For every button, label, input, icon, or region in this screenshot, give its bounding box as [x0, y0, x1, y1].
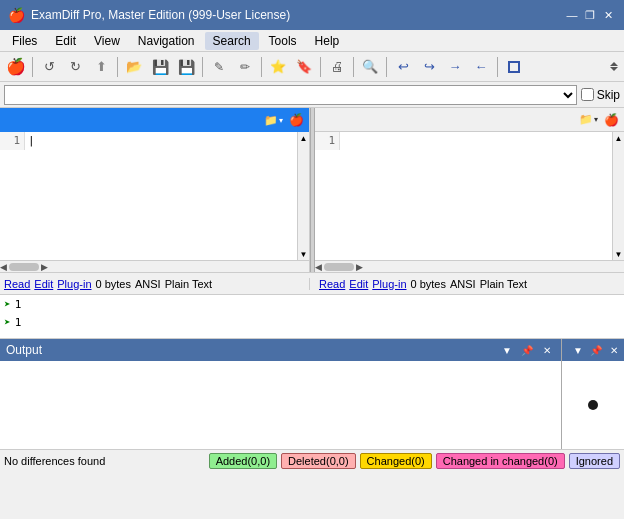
- left-status-bytes: 0 bytes: [96, 278, 131, 290]
- skip-checkbox[interactable]: [581, 88, 594, 101]
- ignored-badge: Ignored: [569, 453, 620, 469]
- star-btn[interactable]: ⭐: [266, 55, 290, 79]
- output-sidebar-dropdown-btn[interactable]: ▼: [570, 342, 586, 358]
- left-status-plugin[interactable]: Plug-in: [57, 278, 91, 290]
- changed-lines-panel: ➤ 1 ➤ 1: [0, 295, 624, 339]
- right-vscroll-up[interactable]: ▲: [613, 132, 625, 144]
- left-pane-header: 📁 ▾ 🍎: [0, 108, 309, 132]
- undo-btn[interactable]: ↩: [391, 55, 415, 79]
- output-sidebar-pin-btn[interactable]: 📌: [588, 342, 604, 358]
- left-pane-title-input[interactable]: [4, 111, 259, 129]
- save-btn-1[interactable]: 💾: [148, 55, 172, 79]
- changed-badge: Changed(0): [360, 453, 432, 469]
- nav-right-btn[interactable]: →: [443, 55, 467, 79]
- zoom-btn[interactable]: 🔍: [358, 55, 382, 79]
- menu-navigation[interactable]: Navigation: [130, 32, 203, 50]
- right-vscroll[interactable]: ▲ ▼: [612, 132, 624, 260]
- output-sidebar-header: ▼ 📌 ✕: [562, 339, 624, 361]
- left-vscroll-up[interactable]: ▲: [298, 132, 310, 144]
- output-pin-btn[interactable]: 📌: [519, 342, 535, 358]
- added-badge: Added(0,0): [209, 453, 277, 469]
- save-btn-2[interactable]: 💾: [174, 55, 198, 79]
- minimize-button[interactable]: —: [564, 7, 580, 23]
- output-main-content[interactable]: [0, 361, 561, 449]
- output-dropdown-btn[interactable]: ▼: [499, 342, 515, 358]
- toolbar-sep-7: [386, 57, 387, 77]
- right-status-encoding: ANSI: [450, 278, 476, 290]
- left-pane-logo-btn[interactable]: 🍎: [287, 111, 305, 129]
- right-pane-logo-btn[interactable]: 🍎: [602, 111, 620, 129]
- toolbar-sep-4: [261, 57, 262, 77]
- nav-left-btn[interactable]: ←: [469, 55, 493, 79]
- toolbar-sep-5: [320, 57, 321, 77]
- right-pane-content[interactable]: 1: [315, 132, 612, 260]
- right-vscroll-down[interactable]: ▼: [613, 248, 625, 260]
- toolbar-sep-1: [32, 57, 33, 77]
- right-pane-header: 📁 ▾ 🍎: [315, 108, 624, 132]
- left-status-edit[interactable]: Edit: [34, 278, 53, 290]
- refresh-btn-2[interactable]: ↻: [63, 55, 87, 79]
- left-vscroll[interactable]: ▲ ▼: [297, 132, 309, 260]
- row-arrow-1: ➤: [4, 298, 11, 311]
- menu-help[interactable]: Help: [307, 32, 348, 50]
- row-text-2: 1: [15, 316, 22, 329]
- right-status-edit[interactable]: Edit: [349, 278, 368, 290]
- print-btn[interactable]: 🖨: [325, 55, 349, 79]
- left-pane-status: Read Edit Plug-in 0 bytes ANSI Plain Tex…: [0, 278, 310, 290]
- left-line-content: |: [28, 132, 297, 150]
- left-pane-open-btn[interactable]: 📁 ▾: [263, 111, 283, 129]
- left-status-read[interactable]: Read: [4, 278, 30, 290]
- path-bar: Skip: [0, 82, 624, 108]
- right-hscroll[interactable]: ◀ ▶: [315, 260, 624, 272]
- left-vscroll-down[interactable]: ▼: [298, 248, 310, 260]
- right-line-numbers: 1: [315, 132, 340, 150]
- right-status-bytes: 0 bytes: [411, 278, 446, 290]
- toolbar-sep-6: [353, 57, 354, 77]
- menu-tools[interactable]: Tools: [261, 32, 305, 50]
- pane-status-bar: Read Edit Plug-in 0 bytes ANSI Plain Tex…: [0, 273, 624, 295]
- output-sidebar-close-btn[interactable]: ✕: [606, 342, 622, 358]
- left-hscroll-thumb[interactable]: [9, 263, 39, 271]
- nav-back-btn[interactable]: ⬆: [89, 55, 113, 79]
- row-text-1: 1: [15, 298, 22, 311]
- sidebar-dot: [588, 400, 598, 410]
- right-status-read[interactable]: Read: [319, 278, 345, 290]
- menu-search[interactable]: Search: [205, 32, 259, 50]
- output-panel: Output ▼ 📌 ✕ ▼ 📌 ✕: [0, 339, 624, 449]
- left-pane-content[interactable]: 1 |: [0, 132, 297, 260]
- left-line-numbers: 1: [0, 132, 25, 150]
- left-vscroll-track[interactable]: [299, 144, 309, 248]
- skip-label: Skip: [597, 88, 620, 102]
- right-pane-title-input[interactable]: [319, 111, 574, 129]
- right-pane-open-btn[interactable]: 📁 ▾: [578, 111, 598, 129]
- output-close-btn[interactable]: ✕: [539, 342, 555, 358]
- refresh-btn-1[interactable]: ↺: [37, 55, 61, 79]
- menu-files[interactable]: Files: [4, 32, 45, 50]
- toolbar-sep-8: [497, 57, 498, 77]
- left-hscroll[interactable]: ◀ ▶: [0, 260, 309, 272]
- redo-btn[interactable]: ↪: [417, 55, 441, 79]
- right-vscroll-track[interactable]: [614, 144, 624, 248]
- path-dropdown[interactable]: [4, 85, 577, 105]
- changed-line-row-1[interactable]: ➤ 1: [0, 295, 624, 313]
- app-title: ExamDiff Pro, Master Edition (999-User L…: [31, 8, 290, 22]
- output-main-section: Output ▼ 📌 ✕: [0, 339, 562, 449]
- left-diff-pane: 📁 ▾ 🍎 1 | ▲ ▼ ◀: [0, 108, 310, 272]
- changed-line-row-2[interactable]: ➤ 1: [0, 313, 624, 331]
- menu-edit[interactable]: Edit: [47, 32, 84, 50]
- app-logo-btn[interactable]: 🍎: [4, 55, 28, 79]
- close-button[interactable]: ✕: [600, 7, 616, 23]
- restore-button[interactable]: ❐: [582, 7, 598, 23]
- rect-btn[interactable]: [502, 55, 526, 79]
- right-pane-status: Read Edit Plug-in 0 bytes ANSI Plain Tex…: [315, 278, 624, 290]
- menu-view[interactable]: View: [86, 32, 128, 50]
- left-status-encoding: ANSI: [135, 278, 161, 290]
- edit-btn-2[interactable]: ✏: [233, 55, 257, 79]
- no-diff-text: No differences found: [4, 455, 205, 467]
- edit-btn-1[interactable]: ✎: [207, 55, 231, 79]
- changed-in-changed-badge: Changed in changed(0): [436, 453, 565, 469]
- right-hscroll-thumb[interactable]: [324, 263, 354, 271]
- open-folder-btn-1[interactable]: 📂: [122, 55, 146, 79]
- bookmark-btn[interactable]: 🔖: [292, 55, 316, 79]
- right-status-plugin[interactable]: Plug-in: [372, 278, 406, 290]
